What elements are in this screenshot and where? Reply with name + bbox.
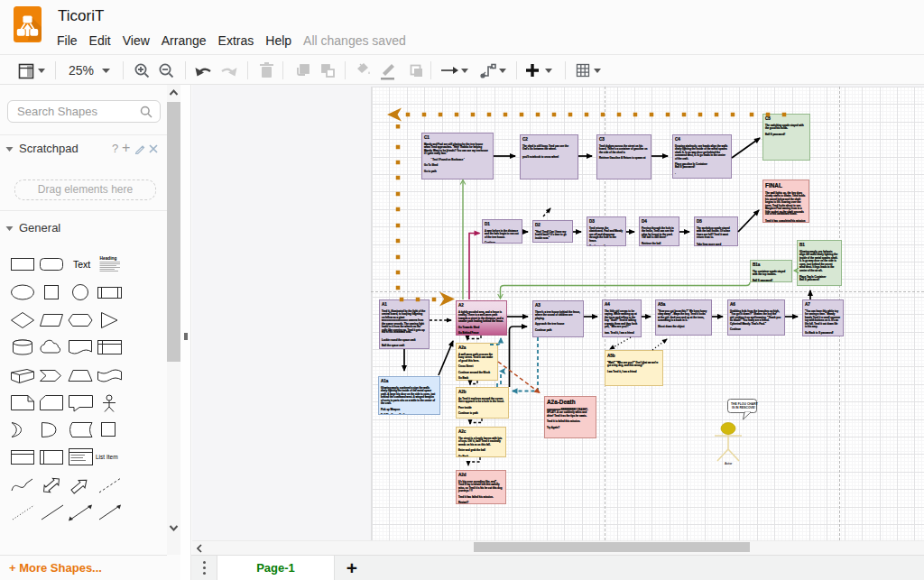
svg-text:Actor: Actor (725, 462, 733, 465)
svg-text:THE FLOU CHART: THE FLOU CHART (731, 402, 759, 406)
svg-text:25%: 25% (69, 63, 94, 78)
svg-text:IS IN RESCOVE!: IS IN RESCOVE! (732, 406, 755, 410)
svg-text:Text: Text (73, 259, 90, 270)
svg-text:Heading: Heading (100, 256, 117, 261)
svg-text:List Item: List Item (96, 454, 118, 460)
